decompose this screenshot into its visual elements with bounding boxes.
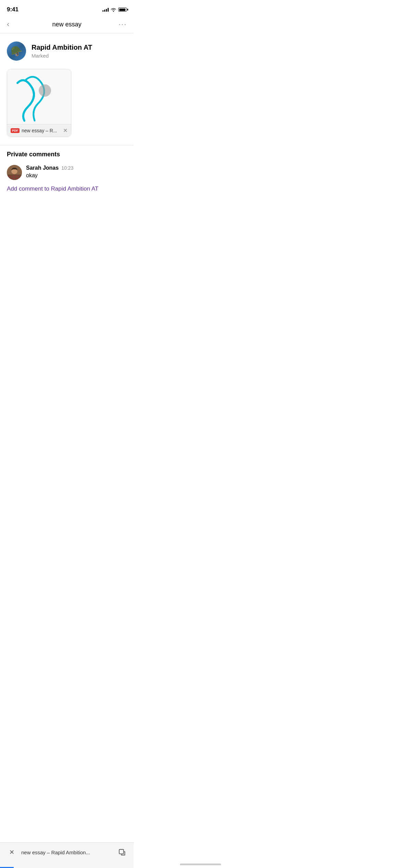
avatar-image <box>7 41 26 61</box>
pdf-close-button[interactable]: ✕ <box>63 127 68 134</box>
comment-time: 10:23 <box>61 165 73 171</box>
back-button[interactable]: ‹ <box>7 20 21 29</box>
svg-point-1 <box>39 84 51 97</box>
comment-content: Sarah Jonas 10:23 okay <box>26 165 127 179</box>
attachment-section: PDF new essay – R... ✕ <box>0 66 134 142</box>
nav-bar: ‹ new essay ··· <box>0 17 134 33</box>
pdf-filename: new essay – R... <box>22 128 60 133</box>
status-time: 9:41 <box>7 6 19 13</box>
signal-icon <box>102 8 109 12</box>
svg-rect-3 <box>7 174 22 180</box>
status-icons <box>102 8 127 12</box>
pdf-label-bar: PDF new essay – R... ✕ <box>7 124 71 136</box>
comment-author: Sarah Jonas <box>26 165 59 171</box>
svg-rect-0 <box>7 69 71 124</box>
comments-title: Private comments <box>7 151 127 158</box>
profile-name: Rapid Ambition AT <box>32 44 92 51</box>
comment-avatar <box>7 165 22 180</box>
profile-section: Rapid Ambition AT Marked <box>0 33 134 66</box>
profile-info: Rapid Ambition AT Marked <box>32 44 92 59</box>
status-bar: 9:41 <box>0 0 134 17</box>
profile-status: Marked <box>32 53 92 59</box>
comment-item: Sarah Jonas 10:23 okay <box>7 165 127 180</box>
wifi-icon <box>111 8 116 12</box>
section-divider <box>0 145 134 145</box>
pdf-preview-card[interactable]: PDF new essay – R... ✕ <box>7 69 71 137</box>
pdf-tag: PDF <box>11 128 20 133</box>
more-button[interactable]: ··· <box>113 20 127 29</box>
add-comment-link[interactable]: Add comment to Rapid Ambition AT <box>7 185 127 192</box>
comment-header: Sarah Jonas 10:23 <box>26 165 127 171</box>
comments-section: Private comments <box>0 151 134 192</box>
nav-title: new essay <box>21 21 113 28</box>
avatar <box>7 41 26 61</box>
battery-icon <box>118 8 127 12</box>
pdf-canvas <box>7 69 71 124</box>
comment-text: okay <box>26 172 38 178</box>
commenter-avatar-image <box>7 165 22 180</box>
